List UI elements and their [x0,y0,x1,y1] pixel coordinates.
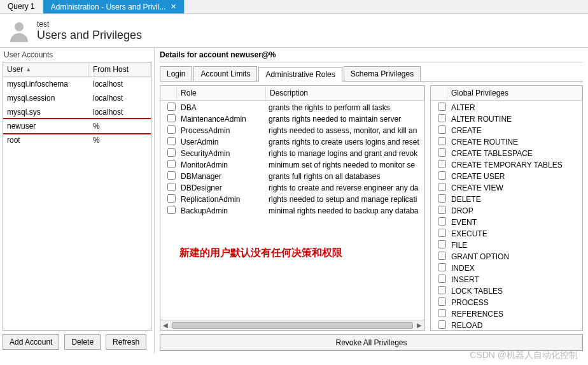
privilege-checkbox[interactable] [438,229,446,237]
privilege-row[interactable]: INDEX [433,262,580,274]
privilege-checkbox[interactable] [438,114,446,122]
privilege-row[interactable]: CREATE VIEW [433,182,580,194]
scroll-left-icon[interactable]: ◀ [160,322,171,329]
role-checkbox[interactable] [167,171,176,180]
role-checkbox[interactable] [167,183,176,191]
tab-account-limits[interactable]: Account Limits [193,66,257,81]
col-global-privileges[interactable]: Global Privileges [447,86,582,100]
privilege-row[interactable]: GRANT OPTION [433,251,580,262]
privilege-checkbox[interactable] [438,217,446,225]
privilege-checkbox[interactable] [438,252,446,260]
privilege-row[interactable]: CREATE TEMPORARY TABLES [433,159,580,171]
role-checkbox[interactable] [167,114,176,122]
col-role[interactable]: Role [177,86,266,100]
privilege-row[interactable]: RELOAD [433,320,580,330]
privilege-checkbox[interactable] [438,194,446,203]
role-checkbox[interactable] [167,137,176,145]
role-row[interactable]: DBManagergrants full rights on all datab… [163,171,422,182]
role-row[interactable]: ProcessAdminrights needed to assess, mon… [163,125,422,136]
user-row[interactable]: mysql.infoschemalocalhost [3,77,151,91]
role-checkbox[interactable] [167,206,176,214]
col-user[interactable]: User▲ [3,62,89,76]
role-row[interactable]: MonitorAdminminimum set of rights needed… [163,159,422,171]
privilege-row[interactable]: ALTER ROUTINE [433,113,580,125]
user-row[interactable]: root% [3,133,151,147]
tab-admin[interactable]: Administration - Users and Privil... ✕ [43,0,185,13]
role-row[interactable]: ReplicationAdminrights needed to setup a… [163,194,422,205]
role-checkbox[interactable] [167,148,176,157]
privilege-checkbox[interactable] [438,263,446,271]
privilege-row[interactable]: EVENT [433,217,580,228]
user-row[interactable]: mysql.syslocalhost [3,105,151,119]
tab-schema-privileges[interactable]: Schema Privileges [344,66,421,81]
revoke-all-button[interactable]: Revoke All Privileges [160,334,583,351]
privilege-row[interactable]: FILE [433,240,580,251]
tab-admin-roles[interactable]: Administrative Roles [258,67,342,82]
privilege-name: RELOAD [450,321,580,330]
privilege-row[interactable]: REFERENCES [433,308,580,320]
privilege-name: CREATE VIEW [450,183,580,192]
col-check[interactable] [431,86,447,100]
privilege-checkbox[interactable] [438,286,446,294]
add-account-button[interactable]: Add Account [3,334,59,350]
privilege-row[interactable]: ALTER [433,102,580,113]
role-row[interactable]: UserAdmingrants rights to create users l… [163,136,422,148]
user-accounts-table: User▲ From Host mysql.infoschemalocalhos… [3,62,151,331]
privilege-checkbox[interactable] [438,297,446,306]
privilege-checkbox[interactable] [438,171,446,180]
col-description[interactable]: Description [266,86,424,100]
role-row[interactable]: DBAgrants the rights to perform all task… [163,102,422,113]
user-accounts-label: User Accounts [0,48,154,62]
tab-login[interactable]: Login [160,66,192,81]
privilege-row[interactable]: LOCK TABLES [433,285,580,297]
privilege-checkbox[interactable] [438,240,446,248]
scroll-right-icon[interactable]: ▶ [414,322,424,329]
user-row[interactable]: mysql.sessionlocalhost [3,91,151,105]
privilege-checkbox[interactable] [438,125,446,134]
close-icon[interactable]: ✕ [171,3,176,11]
role-name: ReplicationAdmin [179,195,269,204]
role-name: MonitorAdmin [179,161,269,169]
refresh-button[interactable]: Refresh [106,334,146,350]
role-description: rights needed to assess, monitor, and ki… [269,126,422,135]
privilege-checkbox[interactable] [438,320,446,329]
privilege-checkbox[interactable] [438,160,446,168]
privilege-row[interactable]: CREATE [433,125,580,136]
privilege-checkbox[interactable] [438,275,446,283]
role-description: grants rights to create users logins and… [269,138,422,147]
privilege-row[interactable]: PROCESS [433,297,580,308]
privilege-checkbox[interactable] [438,103,446,111]
privilege-row[interactable]: DELETE [433,194,580,205]
privilege-row[interactable]: CREATE ROUTINE [433,136,580,148]
tab-query[interactable]: Query 1 [0,0,43,13]
privilege-checkbox[interactable] [438,206,446,214]
delete-button[interactable]: Delete [64,334,101,350]
role-row[interactable]: DBDesignerrights to create and reverse e… [163,182,422,194]
col-host[interactable]: From Host [89,62,151,76]
privilege-checkbox[interactable] [438,148,446,157]
privilege-name: LOCK TABLES [450,287,580,296]
role-description: rights to manage logins and grant and re… [269,149,422,158]
role-row[interactable]: SecurityAdminrights to manage logins and… [163,148,422,159]
privilege-checkbox[interactable] [438,137,446,145]
privilege-checkbox[interactable] [438,309,446,317]
privilege-row[interactable]: DROP [433,205,580,217]
privilege-row[interactable]: INSERT [433,274,580,285]
privilege-row[interactable]: CREATE USER [433,171,580,182]
host-cell: % [89,134,151,146]
role-row[interactable]: BackupAdminminimal rights needed to back… [163,205,422,217]
role-checkbox[interactable] [167,103,176,111]
role-description: rights to create and reverse engineer an… [269,183,422,192]
scroll-thumb[interactable] [172,322,413,329]
host-cell: % [89,120,151,132]
privilege-checkbox[interactable] [438,183,446,191]
role-checkbox[interactable] [167,194,176,203]
privilege-row[interactable]: EXECUTE [433,228,580,240]
col-check[interactable] [160,86,177,100]
role-checkbox[interactable] [167,160,176,168]
role-row[interactable]: MaintenanceAdmingrants rights needed to … [163,113,422,125]
horizontal-scrollbar[interactable]: ◀ ▶ [160,320,424,330]
user-row[interactable]: newuser% [3,119,151,133]
role-checkbox[interactable] [167,125,176,134]
privilege-row[interactable]: CREATE TABLESPACE [433,148,580,159]
